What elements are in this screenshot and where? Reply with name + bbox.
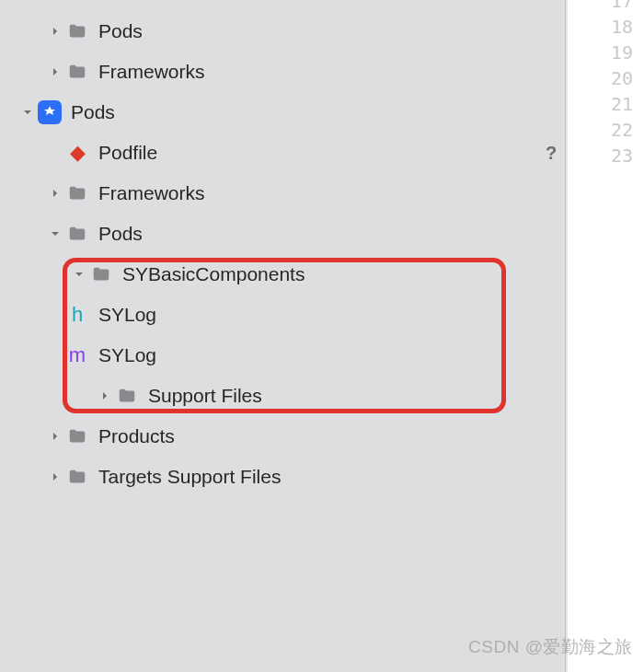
tree-row[interactable]: Pods [0,214,565,254]
header-file-icon: h [64,304,90,326]
tree-row[interactable]: ◆Podfile? [0,133,565,173]
chevron-down-icon[interactable] [70,269,88,280]
ruby-file-icon: ◆ [64,142,90,164]
chevron-right-icon[interactable] [46,471,64,482]
tree-row[interactable]: Products [0,416,565,457]
folder-icon [64,425,90,447]
tree-row[interactable]: hSYLog [0,295,565,335]
tree-item-label: SYLog [98,304,537,326]
editor-gutter: 17181920212223 [566,0,644,672]
tree-item-label: Pods [98,20,537,42]
chevron-down-icon[interactable] [46,228,64,239]
chevron-right-icon[interactable] [96,390,114,401]
line-number: 22 [568,117,633,143]
impl-file-icon: m [64,344,90,366]
tree-item-label: SYBasicComponents [122,263,537,285]
xcode-project-icon [37,101,63,123]
tree-row[interactable]: Targets Support Files [0,457,565,497]
tree-item-label: Targets Support Files [98,466,537,488]
tree-item-label: Products [98,425,537,447]
folder-icon [64,182,90,204]
chevron-right-icon[interactable] [46,66,64,77]
vcs-status-badge: ? [537,143,565,164]
tree-item-label: Pods [71,101,537,123]
tree-item-label: Pods [98,223,537,245]
tree-item-label: SYLog [98,344,537,366]
tree-item-label: Podfile [98,142,537,164]
line-number: 17 [568,0,633,14]
folder-icon [64,466,90,488]
chevron-down-icon[interactable] [18,107,37,118]
folder-icon [64,20,90,42]
tree-row[interactable]: SYBasicComponents [0,254,565,295]
tree-row[interactable]: Pods [0,11,565,52]
chevron-right-icon[interactable] [46,26,64,37]
folder-icon [114,385,140,407]
tree-row[interactable]: mSYLog [0,335,565,376]
line-number: 21 [568,91,633,117]
folder-icon [64,223,90,245]
line-number: 18 [568,14,633,40]
tree-item-label: Frameworks [98,182,537,204]
tree-row[interactable]: Support Files [0,376,565,416]
file-tree[interactable]: PodsFrameworksPods◆Podfile?FrameworksPod… [0,0,565,497]
tree-row[interactable]: Frameworks [0,52,565,92]
tree-row[interactable]: Frameworks [0,173,565,214]
folder-icon [64,61,90,83]
tree-item-label: Frameworks [98,61,537,83]
line-number: 20 [568,65,633,91]
chevron-right-icon[interactable] [46,188,64,199]
folder-icon [88,263,114,285]
tree-item-label: Support Files [148,385,537,407]
chevron-right-icon[interactable] [46,431,64,442]
line-number: 23 [568,143,633,168]
tree-row[interactable]: Pods [0,92,565,133]
project-navigator[interactable]: PodsFrameworksPods◆Podfile?FrameworksPod… [0,0,566,672]
app-window: PodsFrameworksPods◆Podfile?FrameworksPod… [0,0,644,672]
line-number: 19 [568,40,633,65]
